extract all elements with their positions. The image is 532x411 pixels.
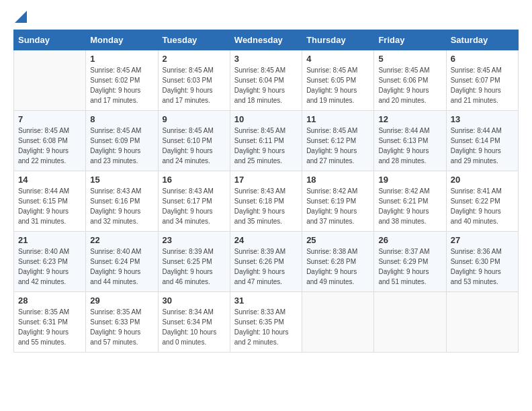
sunset-text: Sunset: 6:19 PM <box>306 196 369 206</box>
sunrise-text: Sunrise: 8:41 AM <box>451 186 514 196</box>
sunrise-text: Sunrise: 8:45 AM <box>90 65 153 75</box>
day-info: Sunrise: 8:34 AMSunset: 6:34 PMDaylight:… <box>163 307 226 347</box>
day-info: Sunrise: 8:45 AMSunset: 6:04 PMDaylight:… <box>234 65 298 105</box>
sunrise-text: Sunrise: 8:44 AM <box>18 186 81 196</box>
day-number: 19 <box>378 175 441 185</box>
sunrise-text: Sunrise: 8:42 AM <box>378 186 441 196</box>
day-number: 14 <box>18 175 81 185</box>
calendar-cell: 1Sunrise: 8:45 AMSunset: 6:02 PMDaylight… <box>86 50 158 111</box>
calendar-cell: 14Sunrise: 8:44 AMSunset: 6:15 PMDayligh… <box>14 171 86 232</box>
day-number: 13 <box>451 114 514 124</box>
daylight-text-cont: and 32 minutes. <box>90 216 153 226</box>
daylight-text: Daylight: 9 hours <box>90 146 153 156</box>
day-info: Sunrise: 8:35 AMSunset: 6:33 PMDaylight:… <box>90 307 153 347</box>
calendar-cell: 15Sunrise: 8:43 AMSunset: 6:16 PMDayligh… <box>86 171 158 232</box>
day-number: 30 <box>163 295 226 306</box>
day-number: 24 <box>234 235 298 245</box>
daylight-text: Daylight: 9 hours <box>18 146 81 156</box>
day-number: 2 <box>163 54 226 64</box>
sunset-text: Sunset: 6:24 PM <box>90 257 153 267</box>
daylight-text-cont: and 53 minutes. <box>451 277 514 287</box>
sunrise-text: Sunrise: 8:35 AM <box>18 307 81 317</box>
day-number: 7 <box>18 114 81 124</box>
calendar-cell: 21Sunrise: 8:40 AMSunset: 6:23 PMDayligh… <box>14 232 86 292</box>
header-saturday: Saturday <box>446 30 518 50</box>
calendar-cell: 19Sunrise: 8:42 AMSunset: 6:21 PMDayligh… <box>374 171 446 232</box>
day-number: 21 <box>18 235 81 245</box>
calendar-cell: 23Sunrise: 8:39 AMSunset: 6:25 PMDayligh… <box>158 232 230 292</box>
sunset-text: Sunset: 6:29 PM <box>378 257 441 267</box>
sunrise-text: Sunrise: 8:45 AM <box>234 126 298 136</box>
day-info: Sunrise: 8:45 AMSunset: 6:05 PMDaylight:… <box>306 65 369 105</box>
daylight-text: Daylight: 9 hours <box>18 267 81 277</box>
calendar-week-row: 21Sunrise: 8:40 AMSunset: 6:23 PMDayligh… <box>14 232 519 292</box>
daylight-text-cont: and 57 minutes. <box>90 337 153 347</box>
day-number: 26 <box>378 235 441 245</box>
day-info: Sunrise: 8:45 AMSunset: 6:07 PMDaylight:… <box>451 65 514 105</box>
day-info: Sunrise: 8:45 AMSunset: 6:06 PMDaylight:… <box>378 65 441 105</box>
day-info: Sunrise: 8:40 AMSunset: 6:23 PMDaylight:… <box>18 246 81 287</box>
daylight-text-cont: and 0 minutes. <box>163 337 226 347</box>
day-info: Sunrise: 8:44 AMSunset: 6:14 PMDaylight:… <box>451 126 514 166</box>
day-number: 22 <box>90 235 153 245</box>
day-info: Sunrise: 8:45 AMSunset: 6:03 PMDaylight:… <box>163 65 226 105</box>
calendar-cell: 31Sunrise: 8:33 AMSunset: 6:35 PMDayligh… <box>230 292 302 353</box>
day-number: 9 <box>163 114 226 124</box>
daylight-text: Daylight: 9 hours <box>378 85 441 95</box>
daylight-text-cont: and 29 minutes. <box>451 156 514 166</box>
sunset-text: Sunset: 6:13 PM <box>378 136 441 146</box>
sunset-text: Sunset: 6:04 PM <box>234 75 298 85</box>
sunrise-text: Sunrise: 8:44 AM <box>451 126 514 136</box>
sunset-text: Sunset: 6:26 PM <box>234 257 298 267</box>
day-number: 23 <box>163 235 226 245</box>
header-monday: Monday <box>86 30 158 50</box>
day-number: 4 <box>306 54 369 64</box>
day-number: 17 <box>234 175 298 185</box>
day-info: Sunrise: 8:43 AMSunset: 6:16 PMDaylight:… <box>90 186 153 226</box>
logo-icon <box>15 11 27 23</box>
sunset-text: Sunset: 6:08 PM <box>18 136 81 146</box>
sunset-text: Sunset: 6:09 PM <box>90 136 153 146</box>
day-info: Sunrise: 8:42 AMSunset: 6:21 PMDaylight:… <box>378 186 441 226</box>
daylight-text-cont: and 38 minutes. <box>378 216 441 226</box>
sunrise-text: Sunrise: 8:37 AM <box>378 246 441 257</box>
daylight-text: Daylight: 10 hours <box>234 327 298 337</box>
daylight-text-cont: and 27 minutes. <box>306 156 369 166</box>
header <box>13 13 519 23</box>
daylight-text: Daylight: 9 hours <box>451 206 514 216</box>
sunset-text: Sunset: 6:05 PM <box>306 75 369 85</box>
daylight-text: Daylight: 9 hours <box>90 267 153 277</box>
header-wednesday: Wednesday <box>230 30 302 50</box>
daylight-text: Daylight: 9 hours <box>306 267 369 277</box>
day-number: 27 <box>451 235 514 245</box>
sunrise-text: Sunrise: 8:38 AM <box>306 246 369 257</box>
sunset-text: Sunset: 6:14 PM <box>451 136 514 146</box>
sunrise-text: Sunrise: 8:45 AM <box>18 126 81 136</box>
sunrise-text: Sunrise: 8:39 AM <box>234 246 298 257</box>
calendar-cell: 6Sunrise: 8:45 AMSunset: 6:07 PMDaylight… <box>446 50 518 111</box>
sunrise-text: Sunrise: 8:45 AM <box>90 126 153 136</box>
sunrise-text: Sunrise: 8:40 AM <box>90 246 153 257</box>
calendar-cell: 20Sunrise: 8:41 AMSunset: 6:22 PMDayligh… <box>446 171 518 232</box>
daylight-text-cont: and 37 minutes. <box>306 216 369 226</box>
day-info: Sunrise: 8:45 AMSunset: 6:11 PMDaylight:… <box>234 126 298 166</box>
sunrise-text: Sunrise: 8:45 AM <box>451 65 514 75</box>
sunrise-text: Sunrise: 8:45 AM <box>306 126 369 136</box>
calendar-cell: 5Sunrise: 8:45 AMSunset: 6:06 PMDaylight… <box>374 50 446 111</box>
sunset-text: Sunset: 6:28 PM <box>306 257 369 267</box>
daylight-text-cont: and 44 minutes. <box>90 277 153 287</box>
day-info: Sunrise: 8:43 AMSunset: 6:18 PMDaylight:… <box>234 186 298 226</box>
day-info: Sunrise: 8:42 AMSunset: 6:19 PMDaylight:… <box>306 186 369 226</box>
daylight-text-cont: and 28 minutes. <box>378 156 441 166</box>
calendar-cell: 16Sunrise: 8:43 AMSunset: 6:17 PMDayligh… <box>158 171 230 232</box>
daylight-text: Daylight: 9 hours <box>234 146 298 156</box>
day-info: Sunrise: 8:45 AMSunset: 6:08 PMDaylight:… <box>18 126 81 166</box>
sunrise-text: Sunrise: 8:43 AM <box>234 186 298 196</box>
sunset-text: Sunset: 6:33 PM <box>90 317 153 327</box>
calendar-cell <box>374 292 446 353</box>
day-number: 1 <box>90 54 153 64</box>
daylight-text: Daylight: 9 hours <box>163 267 226 277</box>
daylight-text-cont: and 24 minutes. <box>163 156 226 166</box>
sunrise-text: Sunrise: 8:44 AM <box>378 126 441 136</box>
sunset-text: Sunset: 6:18 PM <box>234 196 298 206</box>
